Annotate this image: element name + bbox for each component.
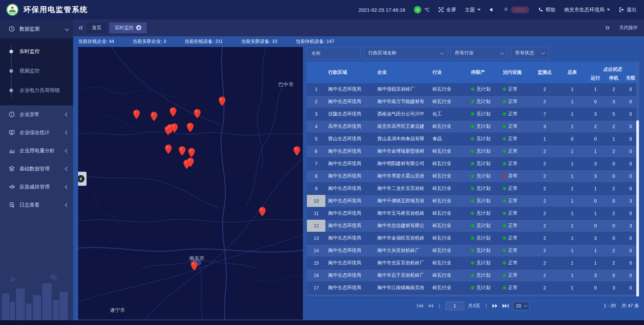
row-stopped-cell: 0 xyxy=(605,232,622,244)
table-row[interactable]: 11阆中生态环境局阆中市五马桥页岩机砖砖瓦行业无计划正常21120 xyxy=(307,207,639,220)
stat-item: 当前失联企业: 3 xyxy=(132,39,166,45)
row-company-cell: 阆中市枣碧大梁山页岩 xyxy=(375,170,430,182)
table-row[interactable]: 14阆中生态环境局阆中大兴页岩机砖厂砖瓦行业无计划正常21120 xyxy=(307,245,639,257)
table-row[interactable]: 1阆中生态环境局阆中强锐页岩砖厂砖瓦行业无计划正常21120 xyxy=(307,83,639,96)
sidebar-item-企业综合统计[interactable]: 企业综合统计 xyxy=(0,123,73,142)
first-page-button[interactable] xyxy=(417,304,423,308)
map-pin-icon[interactable] xyxy=(179,146,186,156)
status-green-dot-icon xyxy=(471,150,474,153)
industry-filter-select[interactable]: 所有行业 xyxy=(450,47,507,59)
map-pin-icon[interactable] xyxy=(150,112,157,121)
row-running-cell: 1 xyxy=(586,207,605,219)
close-operations-button[interactable]: 关闭操作 xyxy=(619,25,638,31)
table-row[interactable]: 3仪陇生态环境局西南油气田分公司川中化工无计划正常71350 xyxy=(307,108,639,120)
status-text: 正常 xyxy=(508,99,518,105)
help-button[interactable]: 帮助 xyxy=(538,7,555,13)
region-filter-select[interactable]: 行政区域名称 xyxy=(364,47,447,59)
table-row[interactable]: 6阆中生态环境局阆中市金博瑞新型墙材砖瓦行业无计划正常21120 xyxy=(307,145,639,158)
table-row[interactable]: 15阆中生态环境局阆中市光富页岩机砖厂砖瓦行业无计划正常21120 xyxy=(307,257,639,269)
sidebar-item-日志查看[interactable]: 日志查看 xyxy=(0,196,73,214)
map-pin-icon[interactable] xyxy=(133,110,140,119)
tabs-scroll-right-button[interactable] xyxy=(604,25,610,31)
row-points-cell: 2 xyxy=(531,282,558,294)
sidebar-item-label: 应急减排管理 xyxy=(19,184,50,190)
table-row[interactable]: 13阆中生态环境局阆中市金福旺页岩机砖砖瓦行业无计划正常21300 xyxy=(307,232,639,245)
sidebar-item-企业异常[interactable]: 企业异常 xyxy=(0,105,73,123)
notifications[interactable]: 2632 xyxy=(503,6,529,13)
total-pages-label: 共3页 xyxy=(468,303,480,309)
status-filter-select[interactable]: 所有状态 xyxy=(511,47,548,59)
table-row[interactable]: 18南部生态环境局南部县新华水泥有限公建材加工无计划正常50050 xyxy=(307,294,639,296)
status-text: 正常 xyxy=(508,285,518,291)
logout-button[interactable]: 退出 xyxy=(619,7,637,13)
row-meters-cell: 0 xyxy=(558,294,586,296)
region-filter-value: 行政区域名称 xyxy=(368,50,396,56)
row-running-cell: 1 xyxy=(586,182,605,195)
row-industry-cell: 砖瓦行业 xyxy=(430,158,468,170)
table-row[interactable]: 12阆中生态环境局阆中市忠信建材有限公砖瓦行业无计划正常21003 xyxy=(307,220,639,232)
map-collapse-button[interactable] xyxy=(78,172,87,186)
row-meters-cell: 1 xyxy=(558,257,586,269)
map-pin-icon[interactable] xyxy=(218,97,225,106)
row-points-cell: 2 xyxy=(531,257,558,269)
org-dropdown[interactable]: 南充市生态环境局 xyxy=(564,7,610,13)
row-plan-cell: 无计划 xyxy=(468,133,500,145)
table-row[interactable]: 2阆中生态环境局阆中市南方节能建材有砖瓦行业无计划正常21030 xyxy=(307,96,639,108)
map-pin-icon[interactable] xyxy=(187,123,194,132)
sidebar-subitem-实时监控[interactable]: 实时监控 xyxy=(0,42,73,61)
table-row[interactable]: 10阆中生态环境局阆中千佛镇五郎垭页岩砖瓦行业无计划正常21003 xyxy=(307,195,639,207)
row-region-cell: 阆中生态环境局 xyxy=(325,232,375,244)
status-text: 无计划 xyxy=(476,111,490,117)
map-pin-icon[interactable] xyxy=(194,109,201,118)
map-pin-icon[interactable] xyxy=(169,107,176,117)
close-tab-icon[interactable] xyxy=(136,25,141,30)
sidebar-subitem-视频监控[interactable]: 视频监控 xyxy=(0,61,73,80)
app-logo-icon xyxy=(6,3,19,16)
map-pin-icon[interactable] xyxy=(259,207,266,216)
bottom-edge-strip xyxy=(0,320,644,325)
fullscreen-button[interactable]: 全屏 xyxy=(438,7,456,13)
table-row[interactable]: 9阆中生态环境局阆中市二龙长宝页岩砖砖瓦行业无计划正常21120 xyxy=(307,182,639,195)
row-index-cell: 5 xyxy=(307,133,325,145)
map-pin-icon[interactable] xyxy=(188,148,195,157)
scrollbar-thumb[interactable] xyxy=(636,120,639,296)
table-row[interactable]: 5营山生态环境局营山县润丰肉食品有限食品无计划正常10010 xyxy=(307,133,639,145)
name-filter-input[interactable] xyxy=(307,47,361,59)
row-plan-cell: 无计划 xyxy=(468,108,500,120)
prev-page-button[interactable] xyxy=(427,304,433,308)
row-meters-cell: 1 xyxy=(558,170,586,182)
sidebar-item-基础数据管理[interactable]: 基础数据管理 xyxy=(0,160,73,178)
status-green-dot-icon xyxy=(471,236,474,240)
status-green-dot-icon xyxy=(471,100,474,103)
row-region-cell: 阆中生态环境局 xyxy=(325,220,375,232)
last-page-button[interactable] xyxy=(502,304,509,308)
stat-label: 当前失联企业: xyxy=(132,39,163,44)
table-scrollbar[interactable] xyxy=(636,62,639,296)
page-number-input[interactable] xyxy=(445,302,464,310)
sidebar-item-企业用电量分析[interactable]: 企业用电量分析 xyxy=(0,142,73,160)
table-row[interactable]: 4高坪生态环境局南充市高坪区王家店建砖瓦行业无计划正常31220 xyxy=(307,120,639,133)
row-company-cell: 阆中市二龙长宝页岩砖 xyxy=(375,182,430,195)
table-row[interactable]: 17阆中生态环境局阆中市江南镇阆南页岩砖瓦行业无计划正常21030 xyxy=(307,282,639,294)
next-page-button[interactable] xyxy=(492,304,498,308)
page-size-select[interactable]: 20 xyxy=(513,302,529,310)
tab-realtime-monitor[interactable]: 实时监控 xyxy=(109,22,147,33)
mute-button[interactable] xyxy=(489,7,495,12)
map-pin-icon[interactable] xyxy=(183,160,191,169)
status-text: 无计划 xyxy=(476,235,490,241)
map-pin-icon[interactable] xyxy=(165,145,172,154)
row-stopped-cell: 5 xyxy=(605,294,622,296)
map-pin-icon[interactable] xyxy=(171,123,178,133)
map-pin-icon[interactable] xyxy=(293,146,300,156)
map-pin-icon[interactable] xyxy=(191,261,198,271)
table-row[interactable]: 8阆中生态环境局阆中市枣碧大梁山页岩砖瓦行业无计划异常21300 xyxy=(307,170,639,182)
tab-home[interactable]: 首页 xyxy=(87,22,107,33)
sidebar-subitem-企业电力负荷明细[interactable]: 企业电力负荷明细 xyxy=(0,80,73,100)
sidebar-item-数据监测[interactable]: 数据监测 xyxy=(0,19,73,38)
table-row[interactable]: 7阆中生态环境局阆中明阳建材有限公司砖瓦行业无计划正常21300 xyxy=(307,158,639,170)
sidebar-item-应急减排管理[interactable]: 应急减排管理 xyxy=(0,178,73,196)
tabs-scroll-left-button[interactable] xyxy=(78,25,84,31)
table-row[interactable]: 16阆中生态环境局阆中市石子页岩机砖厂砖瓦行业无计划正常21300 xyxy=(307,269,639,282)
theme-dropdown[interactable]: 主题 xyxy=(465,7,481,13)
map-panel[interactable]: 巴中市南充市遂宁市 xyxy=(78,47,303,320)
